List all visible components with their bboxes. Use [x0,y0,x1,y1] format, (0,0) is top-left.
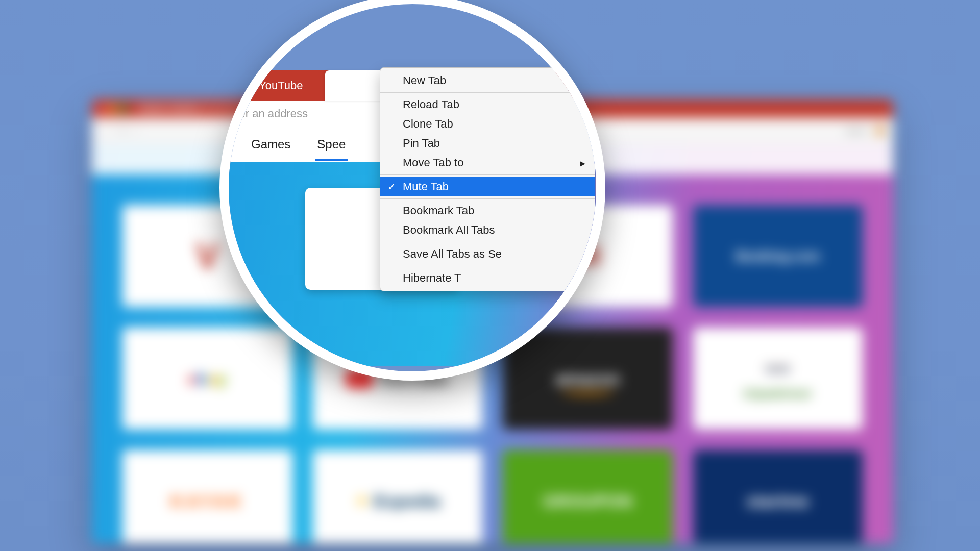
forward-icon[interactable]: › [109,127,111,135]
avatar[interactable] [875,125,886,136]
ctx-pin-tab[interactable]: Pin Tab [380,134,595,153]
ctx-bookmark-all-tabs[interactable]: Bookmark All Tabs [380,220,595,240]
tab-youtube[interactable]: YouTube [229,70,325,101]
menu-separator [380,174,595,175]
tab-active[interactable]: Features · Vivaldi Br… [136,103,243,115]
tab-fragment-left[interactable]: t [219,70,229,101]
tile-groupon[interactable]: GROUPON [503,450,673,543]
nav-speed[interactable]: Spee [315,128,348,161]
submenu-arrow-icon: ▶ [580,159,585,167]
ctx-save-session[interactable]: Save All Tabs as Se [380,244,595,264]
nav-games[interactable]: Games [249,128,292,161]
promo-stage: Features · Vivaldi Br… ‹ › ↻ ⌂ Search Sp… [0,0,980,551]
search-box[interactable]: Search [846,127,867,135]
checkmark-icon: ✓ [387,181,396,193]
address-placeholder: enter an address [224,107,308,120]
ctx-move-tab-label: Move Tab to [403,156,463,169]
tab-context-menu: New Tab Reload Tab Clone Tab Pin Tab Mov… [380,67,595,291]
tile-tripadvisor[interactable]: 👓tripadvisor [693,328,863,430]
back-icon[interactable]: ‹ [99,127,101,135]
home-icon[interactable]: ⌂ [134,127,138,135]
menu-separator [380,198,595,199]
reload-icon[interactable]: ↻ [120,127,126,135]
menu-separator [380,266,595,266]
tile-kayak[interactable]: KAYAK [122,450,292,543]
ctx-hibernate[interactable]: Hibernate T [380,268,595,291]
ctx-new-tab[interactable]: New Tab [380,68,595,90]
tab-label: YouTube [259,79,303,92]
ctx-move-tab[interactable]: Move Tab to ▶ [380,153,595,172]
magnifier-lens: t YouTube enter an address Games Spee Ne… [219,0,605,381]
tile-expedia[interactable]: ✦ Expedia [313,450,483,543]
ctx-reload-tab[interactable]: Reload Tab [380,95,595,114]
window-close-icon[interactable] [97,105,104,112]
tile-startme[interactable]: startme [693,450,863,543]
youtube-icon [238,81,253,91]
tile-ebay[interactable]: ebay [122,328,292,430]
tile-booking[interactable]: Booking.com [693,205,863,307]
menu-separator [380,92,595,93]
window-minimize-icon[interactable] [108,105,115,112]
ctx-mute-tab-label: Mute Tab [403,180,449,193]
tile-amazon[interactable]: amazon [503,328,673,430]
ctx-bookmark-tab[interactable]: Bookmark Tab [380,201,595,220]
ctx-clone-tab[interactable]: Clone Tab [380,114,595,134]
ctx-mute-tab[interactable]: ✓ Mute Tab [380,177,595,196]
menu-separator [380,242,595,242]
window-zoom-icon[interactable] [119,105,127,112]
